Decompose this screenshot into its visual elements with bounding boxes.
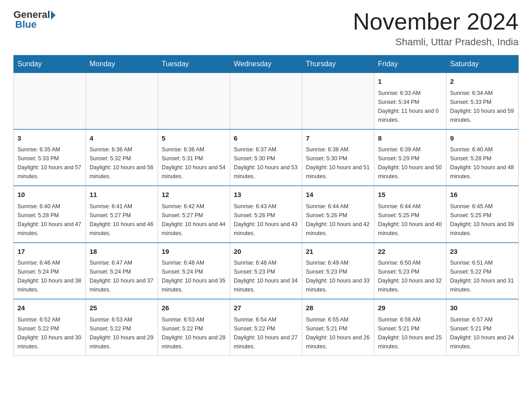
location-text: Shamli, Uttar Pradesh, India <box>353 36 519 48</box>
day-number: 25 <box>90 303 154 313</box>
page-header: General Blue November 2024 Shamli, Uttar… <box>13 9 519 48</box>
day-info: Sunrise: 6:48 AMSunset: 5:24 PMDaylight:… <box>162 258 226 294</box>
day-of-week-header: Monday <box>86 56 158 73</box>
calendar-day-cell <box>158 73 230 129</box>
day-number: 5 <box>162 133 226 144</box>
day-info: Sunrise: 6:33 AMSunset: 5:34 PMDaylight:… <box>378 89 442 124</box>
day-of-week-header: Saturday <box>446 56 519 73</box>
calendar-day-cell <box>230 73 302 129</box>
day-info: Sunrise: 6:49 AMSunset: 5:23 PMDaylight:… <box>306 258 370 294</box>
day-number: 13 <box>234 190 298 200</box>
day-info: Sunrise: 6:57 AMSunset: 5:21 PMDaylight:… <box>450 315 515 351</box>
day-info: Sunrise: 6:55 AMSunset: 5:21 PMDaylight:… <box>306 315 370 351</box>
calendar-day-cell: 22Sunrise: 6:50 AMSunset: 5:23 PMDayligh… <box>374 243 446 300</box>
day-info: Sunrise: 6:46 AMSunset: 5:24 PMDaylight:… <box>17 258 82 294</box>
month-title: November 2024 <box>353 9 519 34</box>
calendar-day-cell: 15Sunrise: 6:44 AMSunset: 5:25 PMDayligh… <box>374 186 446 243</box>
calendar-week-row: 10Sunrise: 6:40 AMSunset: 5:28 PMDayligh… <box>14 186 519 243</box>
calendar-day-cell: 2Sunrise: 6:34 AMSunset: 5:33 PMDaylight… <box>446 73 519 129</box>
day-number: 20 <box>234 247 298 257</box>
calendar-week-row: 3Sunrise: 6:35 AMSunset: 5:33 PMDaylight… <box>14 129 519 186</box>
calendar-day-cell <box>86 73 158 129</box>
day-info: Sunrise: 6:44 AMSunset: 5:26 PMDaylight:… <box>306 202 370 238</box>
calendar-day-cell: 6Sunrise: 6:37 AMSunset: 5:30 PMDaylight… <box>230 129 302 186</box>
day-info: Sunrise: 6:38 AMSunset: 5:30 PMDaylight:… <box>306 145 370 181</box>
day-number: 24 <box>17 303 82 313</box>
day-number: 7 <box>306 133 370 144</box>
day-number: 16 <box>450 190 515 200</box>
day-number: 22 <box>378 247 442 257</box>
day-number: 1 <box>378 77 442 87</box>
calendar-day-cell: 27Sunrise: 6:54 AMSunset: 5:22 PMDayligh… <box>230 299 302 355</box>
day-number: 18 <box>90 247 154 257</box>
calendar-table: SundayMondayTuesdayWednesdayThursdayFrid… <box>13 55 519 356</box>
calendar-day-cell: 16Sunrise: 6:45 AMSunset: 5:25 PMDayligh… <box>446 186 519 243</box>
calendar-day-cell: 7Sunrise: 6:38 AMSunset: 5:30 PMDaylight… <box>302 129 374 186</box>
day-number: 6 <box>234 133 298 144</box>
day-number: 11 <box>90 190 154 200</box>
day-number: 17 <box>17 247 82 257</box>
days-of-week-row: SundayMondayTuesdayWednesdayThursdayFrid… <box>14 56 519 73</box>
day-number: 15 <box>378 190 442 200</box>
calendar-week-row: 17Sunrise: 6:46 AMSunset: 5:24 PMDayligh… <box>14 243 519 300</box>
day-of-week-header: Friday <box>374 56 446 73</box>
day-info: Sunrise: 6:52 AMSunset: 5:22 PMDaylight:… <box>17 315 82 351</box>
calendar-day-cell: 10Sunrise: 6:40 AMSunset: 5:28 PMDayligh… <box>14 186 86 243</box>
day-info: Sunrise: 6:53 AMSunset: 5:22 PMDaylight:… <box>90 315 154 351</box>
day-info: Sunrise: 6:51 AMSunset: 5:22 PMDaylight:… <box>450 258 515 294</box>
day-info: Sunrise: 6:41 AMSunset: 5:27 PMDaylight:… <box>90 202 154 238</box>
day-number: 9 <box>450 133 515 144</box>
calendar-day-cell: 3Sunrise: 6:35 AMSunset: 5:33 PMDaylight… <box>14 129 86 186</box>
calendar-day-cell <box>302 73 374 129</box>
day-info: Sunrise: 6:48 AMSunset: 5:23 PMDaylight:… <box>234 258 298 294</box>
day-info: Sunrise: 6:39 AMSunset: 5:29 PMDaylight:… <box>378 145 442 181</box>
day-number: 8 <box>378 133 442 144</box>
day-info: Sunrise: 6:40 AMSunset: 5:28 PMDaylight:… <box>17 202 82 238</box>
logo-blue-text: Blue <box>15 19 37 30</box>
calendar-body: 1Sunrise: 6:33 AMSunset: 5:34 PMDaylight… <box>14 73 519 356</box>
calendar-day-cell: 11Sunrise: 6:41 AMSunset: 5:27 PMDayligh… <box>86 186 158 243</box>
calendar-day-cell: 8Sunrise: 6:39 AMSunset: 5:29 PMDaylight… <box>374 129 446 186</box>
day-number: 4 <box>90 133 154 144</box>
calendar-day-cell: 5Sunrise: 6:36 AMSunset: 5:31 PMDaylight… <box>158 129 230 186</box>
day-number: 27 <box>234 303 298 313</box>
day-info: Sunrise: 6:47 AMSunset: 5:24 PMDaylight:… <box>90 258 154 294</box>
day-number: 2 <box>450 77 515 87</box>
calendar-day-cell: 25Sunrise: 6:53 AMSunset: 5:22 PMDayligh… <box>86 299 158 355</box>
day-info: Sunrise: 6:44 AMSunset: 5:25 PMDaylight:… <box>378 202 442 238</box>
calendar-day-cell: 23Sunrise: 6:51 AMSunset: 5:22 PMDayligh… <box>446 243 519 300</box>
calendar-header: SundayMondayTuesdayWednesdayThursdayFrid… <box>14 56 519 73</box>
calendar-day-cell: 9Sunrise: 6:40 AMSunset: 5:28 PMDaylight… <box>446 129 519 186</box>
day-info: Sunrise: 6:36 AMSunset: 5:32 PMDaylight:… <box>90 145 154 181</box>
calendar-day-cell: 17Sunrise: 6:46 AMSunset: 5:24 PMDayligh… <box>14 243 86 300</box>
logo-triangle-icon <box>51 11 56 20</box>
day-number: 3 <box>17 133 82 144</box>
day-info: Sunrise: 6:53 AMSunset: 5:22 PMDaylight:… <box>162 315 226 351</box>
calendar-day-cell <box>14 73 86 129</box>
day-info: Sunrise: 6:43 AMSunset: 5:26 PMDaylight:… <box>234 202 298 238</box>
day-info: Sunrise: 6:40 AMSunset: 5:28 PMDaylight:… <box>450 145 515 181</box>
title-section: November 2024 Shamli, Uttar Pradesh, Ind… <box>353 9 519 48</box>
day-number: 10 <box>17 190 82 200</box>
day-number: 29 <box>378 303 442 313</box>
calendar-day-cell: 26Sunrise: 6:53 AMSunset: 5:22 PMDayligh… <box>158 299 230 355</box>
calendar-day-cell: 13Sunrise: 6:43 AMSunset: 5:26 PMDayligh… <box>230 186 302 243</box>
day-info: Sunrise: 6:37 AMSunset: 5:30 PMDaylight:… <box>234 145 298 181</box>
day-info: Sunrise: 6:36 AMSunset: 5:31 PMDaylight:… <box>162 145 226 181</box>
calendar-day-cell: 12Sunrise: 6:42 AMSunset: 5:27 PMDayligh… <box>158 186 230 243</box>
day-of-week-header: Thursday <box>302 56 374 73</box>
day-number: 26 <box>162 303 226 313</box>
calendar-week-row: 1Sunrise: 6:33 AMSunset: 5:34 PMDaylight… <box>14 73 519 129</box>
calendar-day-cell: 24Sunrise: 6:52 AMSunset: 5:22 PMDayligh… <box>14 299 86 355</box>
day-info: Sunrise: 6:56 AMSunset: 5:21 PMDaylight:… <box>378 315 442 351</box>
calendar-day-cell: 21Sunrise: 6:49 AMSunset: 5:23 PMDayligh… <box>302 243 374 300</box>
calendar-day-cell: 20Sunrise: 6:48 AMSunset: 5:23 PMDayligh… <box>230 243 302 300</box>
day-number: 28 <box>306 303 370 313</box>
calendar-day-cell: 4Sunrise: 6:36 AMSunset: 5:32 PMDaylight… <box>86 129 158 186</box>
day-of-week-header: Sunday <box>14 56 86 73</box>
calendar-day-cell: 1Sunrise: 6:33 AMSunset: 5:34 PMDaylight… <box>374 73 446 129</box>
day-number: 21 <box>306 247 370 257</box>
logo: General Blue <box>13 9 56 30</box>
calendar-day-cell: 14Sunrise: 6:44 AMSunset: 5:26 PMDayligh… <box>302 186 374 243</box>
day-info: Sunrise: 6:35 AMSunset: 5:33 PMDaylight:… <box>17 145 82 181</box>
